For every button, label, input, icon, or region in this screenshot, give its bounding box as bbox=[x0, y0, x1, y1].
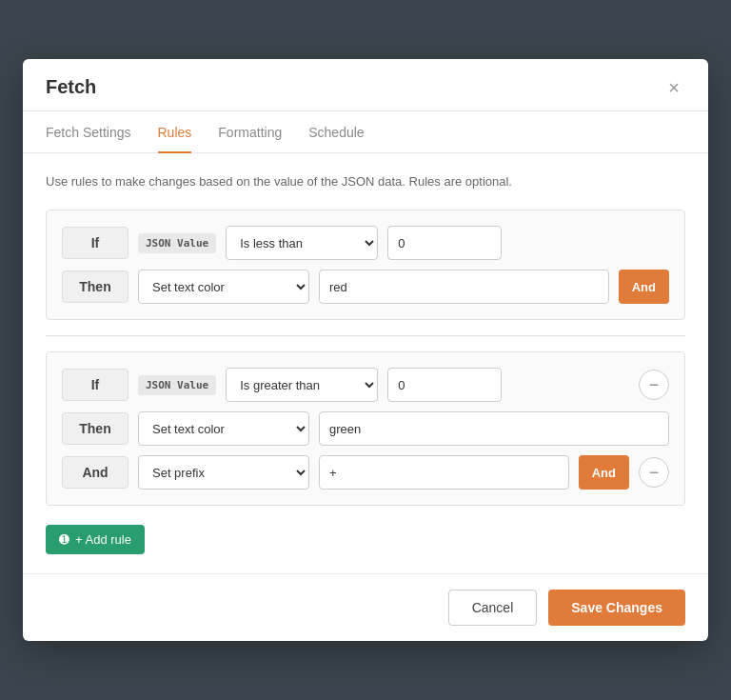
modal-title: Fetch bbox=[46, 76, 96, 98]
rule-2-remove-button[interactable]: − bbox=[639, 370, 669, 400]
tab-bar: Fetch Settings Rules Formatting Schedule bbox=[23, 111, 708, 153]
rule-1-if-label: If bbox=[62, 227, 128, 259]
rule-1-and-button[interactable]: And bbox=[619, 270, 669, 304]
rule-2-and-label: And bbox=[62, 456, 128, 489]
rule-block-2: If JSON Value Is less than Is greater th… bbox=[46, 351, 685, 506]
rule-2-if-row: If JSON Value Is less than Is greater th… bbox=[62, 368, 669, 402]
tab-rules[interactable]: Rules bbox=[158, 111, 192, 153]
save-button[interactable]: Save Changes bbox=[548, 590, 685, 626]
rule-2-badge: JSON Value bbox=[138, 375, 216, 395]
rule-1-if-row: If JSON Value Is less than Is greater th… bbox=[62, 226, 669, 260]
add-rule-button[interactable]: ➊ + Add rule bbox=[46, 525, 145, 554]
rule-2-then-row: Then Set text color Set prefix Set suffi… bbox=[62, 411, 669, 446]
rule-1-then-row: Then Set text color Set prefix Set suffi… bbox=[62, 270, 669, 304]
rule-1-condition-select[interactable]: Is less than Is greater than Is equal to… bbox=[226, 226, 378, 260]
close-button[interactable]: × bbox=[662, 76, 685, 99]
cancel-button[interactable]: Cancel bbox=[448, 590, 538, 626]
rule-2-then-label: Then bbox=[62, 412, 128, 445]
rule-2-condition-select[interactable]: Is less than Is greater than Is equal to… bbox=[226, 368, 378, 402]
modal-header: Fetch × bbox=[23, 59, 708, 111]
rules-description: Use rules to make changes based on the v… bbox=[46, 172, 685, 191]
rule-2-action-value-input[interactable] bbox=[319, 411, 669, 446]
add-rule-icon: ➊ bbox=[59, 532, 69, 547]
rule-1-value-input[interactable] bbox=[387, 226, 502, 260]
rule-2-if-label: If bbox=[62, 369, 128, 401]
fetch-modal: Fetch × Fetch Settings Rules Formatting … bbox=[23, 59, 708, 642]
rule-1-action-select[interactable]: Set text color Set prefix Set suffix Set… bbox=[138, 270, 309, 304]
rule-divider bbox=[46, 335, 685, 336]
modal-footer: Cancel Save Changes bbox=[23, 573, 708, 641]
rule-2-action-select[interactable]: Set text color Set prefix Set suffix Set… bbox=[138, 411, 309, 446]
rule-1-then-label: Then bbox=[62, 270, 128, 303]
rule-2-and-value-input[interactable] bbox=[319, 455, 569, 490]
rule-2-value-input[interactable] bbox=[387, 368, 502, 402]
rule-1-badge: JSON Value bbox=[138, 233, 216, 253]
add-rule-label: + Add rule bbox=[75, 532, 131, 547]
rule-1-action-value-input[interactable] bbox=[319, 270, 609, 304]
tab-fetch-settings[interactable]: Fetch Settings bbox=[46, 111, 131, 153]
rule-2-and-remove-button[interactable]: − bbox=[639, 457, 669, 488]
tab-schedule[interactable]: Schedule bbox=[308, 111, 364, 153]
modal-body: Use rules to make changes based on the v… bbox=[23, 153, 708, 574]
tab-formatting[interactable]: Formatting bbox=[218, 111, 282, 153]
rule-block-1: If JSON Value Is less than Is greater th… bbox=[46, 210, 685, 320]
rule-2-and-row: And Set text color Set prefix Set suffix… bbox=[62, 455, 669, 490]
rule-2-and-action-select[interactable]: Set text color Set prefix Set suffix Set… bbox=[138, 455, 309, 490]
modal-overlay: Fetch × Fetch Settings Rules Formatting … bbox=[0, 0, 731, 700]
rule-2-and-add-button[interactable]: And bbox=[579, 455, 629, 490]
